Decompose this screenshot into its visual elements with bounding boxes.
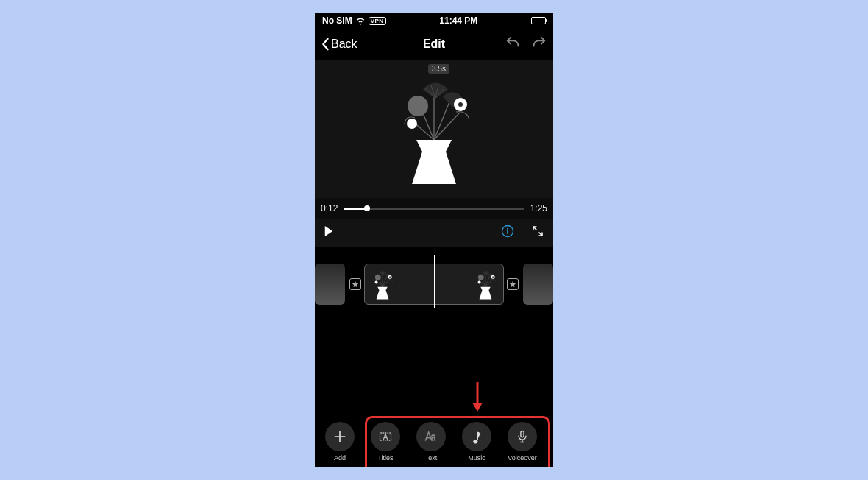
back-label: Back [331, 38, 357, 51]
tool-bar: Add Titles Text [315, 419, 553, 462]
time-total: 1:25 [530, 203, 547, 213]
chevron-left-icon [321, 38, 330, 51]
back-button[interactable]: Back [321, 38, 357, 51]
sim-status: No SIM [322, 15, 352, 26]
undo-button[interactable] [505, 35, 521, 54]
tool-label: Voiceover [508, 454, 537, 462]
svg-point-9 [507, 228, 508, 230]
player-controls [315, 219, 553, 247]
play-icon [324, 225, 334, 237]
plus-icon [332, 429, 347, 444]
timeline-clip-prev[interactable] [315, 264, 345, 305]
undo-icon [505, 35, 521, 51]
info-icon [500, 224, 515, 239]
playhead[interactable] [434, 255, 435, 308]
tool-label: Titles [377, 454, 393, 462]
video-preview[interactable]: 3.5s [315, 60, 553, 198]
wifi-icon [355, 15, 366, 26]
timeline[interactable] [315, 247, 553, 328]
add-button[interactable]: Add [322, 422, 357, 462]
svg-rect-10 [507, 230, 508, 234]
timeline-clip-next[interactable] [523, 264, 553, 305]
time-current: 0:12 [321, 203, 338, 213]
tool-label: Text [425, 454, 438, 462]
music-note-icon [469, 429, 484, 444]
status-bar: No SIM VPN 11:44 PM [315, 13, 553, 29]
svg-rect-13 [521, 431, 524, 437]
redo-icon [531, 35, 547, 51]
titles-button[interactable]: Titles [368, 422, 403, 462]
expand-icon [531, 225, 544, 238]
preview-frame-image [383, 66, 485, 191]
text-button[interactable]: Text [413, 422, 449, 462]
annotation-arrow [469, 381, 485, 416]
titles-icon [378, 429, 393, 444]
page-title: Edit [423, 38, 445, 51]
voiceover-button[interactable]: Voiceover [505, 422, 540, 462]
info-button[interactable] [500, 224, 515, 241]
text-aa-icon [424, 429, 438, 444]
scrub-knob[interactable] [364, 205, 370, 211]
vpn-badge: VPN [369, 17, 386, 25]
transition-badge[interactable] [349, 278, 361, 290]
tool-label: Add [334, 454, 346, 462]
battery-icon [531, 17, 546, 24]
scrub-track[interactable] [344, 208, 524, 210]
play-button[interactable] [324, 225, 334, 240]
tool-label: Music [468, 454, 485, 462]
scrub-bar: 0:12 1:25 [315, 198, 553, 219]
transition-badge[interactable] [507, 278, 519, 290]
clock: 11:44 PM [439, 15, 477, 26]
nav-bar: Back Edit [315, 29, 553, 60]
fullscreen-button[interactable] [531, 225, 544, 241]
redo-button[interactable] [531, 35, 547, 54]
phone-screen: No SIM VPN 11:44 PM Back Edit 3.5s [315, 13, 553, 467]
music-button[interactable]: Music [459, 422, 494, 462]
microphone-icon [515, 429, 530, 444]
